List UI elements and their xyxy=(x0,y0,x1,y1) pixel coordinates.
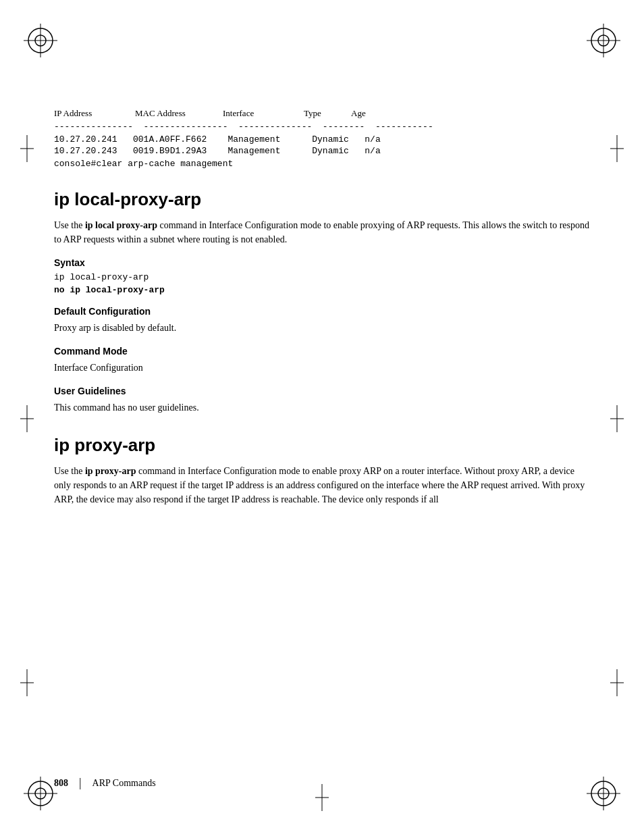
bold-command: ip local proxy-arp xyxy=(85,220,157,230)
header-ip: IP Address xyxy=(54,108,135,119)
subsection-user-guidelines-label: User Guidelines xyxy=(54,386,590,396)
subsection-default-label: Default Configuration xyxy=(54,306,590,317)
table-header: IP Address MAC Address Interface Type Ag… xyxy=(54,108,590,119)
section-proxy-arp: ip proxy-arp Use the ip proxy-arp comman… xyxy=(54,435,590,506)
section-title-proxy-arp: ip proxy-arp xyxy=(54,435,590,456)
side-mark-right-top xyxy=(610,135,624,165)
syntax-line-2-text: no ip local-proxy-arp xyxy=(54,285,165,295)
header-mac: MAC Address xyxy=(135,108,223,119)
side-mark-left-bot xyxy=(20,669,34,699)
footer: 808 | ARP Commands xyxy=(54,776,590,790)
main-content: IP Address MAC Address Interface Type Ag… xyxy=(54,108,590,506)
footer-page-number: 808 xyxy=(54,778,68,789)
header-interface: Interface xyxy=(223,108,304,119)
user-guidelines-text: This command has no user guidelines. xyxy=(54,400,590,415)
syntax-line-1: ip local-proxy-arp xyxy=(54,272,590,282)
side-mark-right-bot xyxy=(610,669,624,699)
corner-mark-tr xyxy=(583,20,624,61)
header-age: Age xyxy=(351,108,398,119)
section-description-local-proxy-arp: Use the ip local proxy-arp command in In… xyxy=(54,218,590,246)
bold-command-2: ip proxy-arp xyxy=(85,466,136,476)
side-mark-left-mid xyxy=(20,405,34,435)
side-mark-left-top xyxy=(20,135,34,165)
subsection-command-mode-label: Command Mode xyxy=(54,346,590,357)
table-divider: --------------- ---------------- -------… xyxy=(54,122,590,132)
footer-separator: | xyxy=(79,776,82,790)
table-row: 10.27.20.241 001A.A0FF.F662 Management D… xyxy=(54,134,590,145)
default-text: Proxy arp is disabled by default. xyxy=(54,321,590,335)
syntax-line-2: no ip local-proxy-arp xyxy=(54,285,590,295)
header-type: Type xyxy=(304,108,351,119)
command-mode-text: Interface Configuration xyxy=(54,361,590,375)
section-description-proxy-arp: Use the ip proxy-arp command in Interfac… xyxy=(54,464,590,506)
side-mark-right-mid xyxy=(610,405,624,435)
section-title-local-proxy-arp: ip local-proxy-arp xyxy=(54,189,590,210)
table-row: 10.27.20.243 0019.B9D1.29A3 Management D… xyxy=(54,146,590,156)
section-local-proxy-arp: ip local-proxy-arp Use the ip local prox… xyxy=(54,189,590,415)
arp-table: IP Address MAC Address Interface Type Ag… xyxy=(54,108,590,169)
corner-mark-tl xyxy=(20,20,61,61)
subsection-syntax-label: Syntax xyxy=(54,257,590,268)
footer-section-name: ARP Commands xyxy=(92,778,156,789)
console-line: console#clear arp-cache management xyxy=(54,159,590,169)
